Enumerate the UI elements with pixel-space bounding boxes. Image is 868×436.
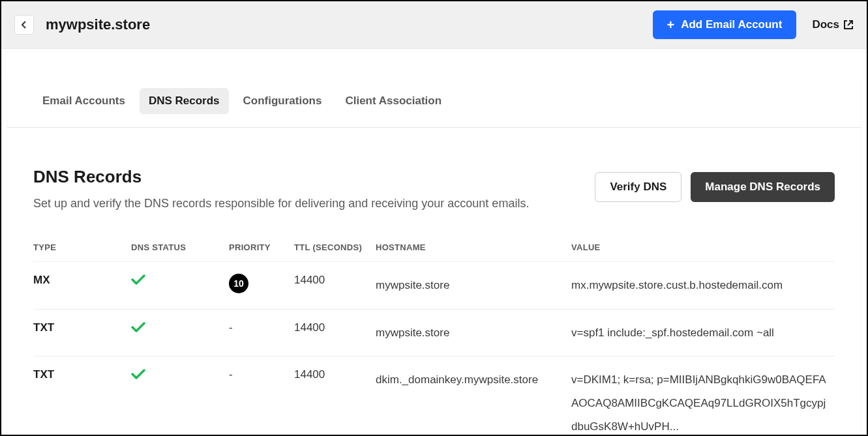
cell-priority: - <box>229 309 294 356</box>
chevron-left-icon <box>22 21 27 29</box>
docs-label: Docs <box>812 18 839 31</box>
tab-client-association[interactable]: Client Association <box>336 88 451 114</box>
tab-dns-records[interactable]: DNS Records <box>140 88 229 114</box>
table-row: MX 10 14400 mywpsite.store mx.mywpsite.s… <box>33 262 835 310</box>
col-header-priority: PRIORITY <box>229 236 294 262</box>
cell-type: TXT <box>33 356 131 436</box>
docs-link[interactable]: Docs <box>812 18 854 31</box>
manage-dns-records-button[interactable]: Manage DNS Records <box>691 172 835 202</box>
cell-type: MX <box>33 262 131 310</box>
cell-value: v=spf1 include:_spf.hostedemail.com ~all <box>571 309 835 356</box>
cell-priority: 10 <box>229 262 294 310</box>
section-header: DNS Records Set up and verify the DNS re… <box>33 167 835 212</box>
cell-value: mx.mywpsite.store.cust.b.hostedemail.com <box>571 262 835 310</box>
table-row: TXT - 14400 dkim._domainkey.mywpsite.sto… <box>33 356 835 436</box>
col-header-hostname: HOSTNAME <box>376 236 571 262</box>
col-header-ttl: TTL (SECONDS) <box>294 236 376 262</box>
content-card: Email Accounts DNS Records Configuration… <box>7 75 861 436</box>
dns-section: DNS Records Set up and verify the DNS re… <box>7 128 861 436</box>
cell-hostname: dkim._domainkey.mywpsite.store <box>376 356 571 436</box>
section-title: DNS Records <box>33 167 529 187</box>
plus-icon: + <box>667 18 675 31</box>
tab-configurations[interactable]: Configurations <box>234 88 331 114</box>
domain-title: mywpsite.store <box>46 16 653 33</box>
cell-type: TXT <box>33 309 131 356</box>
section-actions: Verify DNS Manage DNS Records <box>595 172 835 202</box>
priority-badge: 10 <box>229 274 248 293</box>
cell-status <box>131 309 229 356</box>
section-heading-block: DNS Records Set up and verify the DNS re… <box>33 167 529 212</box>
tab-email-accounts[interactable]: Email Accounts <box>33 88 134 114</box>
col-header-status: DNS STATUS <box>131 236 229 262</box>
add-email-label: Add Email Account <box>681 18 782 31</box>
external-link-icon <box>843 20 854 30</box>
tabs: Email Accounts DNS Records Configuration… <box>7 75 861 128</box>
cell-status <box>131 356 229 436</box>
top-bar: mywpsite.store + Add Email Account Docs <box>1 1 867 49</box>
col-header-value: VALUE <box>571 236 835 262</box>
cell-hostname: mywpsite.store <box>376 262 571 310</box>
table-row: TXT - 14400 mywpsite.store v=spf1 includ… <box>33 309 835 356</box>
check-icon <box>131 368 224 380</box>
cell-value: v=DKIM1; k=rsa; p=MIIBIjANBgkqhkiG9w0BAQ… <box>571 356 835 436</box>
section-description: Set up and verify the DNS records respon… <box>33 195 529 212</box>
verify-dns-button[interactable]: Verify DNS <box>595 172 681 202</box>
back-button[interactable] <box>14 15 34 35</box>
cell-ttl: 14400 <box>294 262 376 310</box>
dns-records-table: TYPE DNS STATUS PRIORITY TTL (SECONDS) H… <box>33 236 835 436</box>
cell-hostname: mywpsite.store <box>376 309 571 356</box>
add-email-account-button[interactable]: + Add Email Account <box>653 10 797 39</box>
cell-ttl: 14400 <box>294 356 376 436</box>
check-icon <box>131 274 224 285</box>
cell-priority: - <box>229 356 294 436</box>
col-header-type: TYPE <box>33 236 131 262</box>
table-header-row: TYPE DNS STATUS PRIORITY TTL (SECONDS) H… <box>33 236 835 262</box>
cell-status <box>131 262 229 310</box>
check-icon <box>131 321 224 333</box>
cell-ttl: 14400 <box>294 309 376 356</box>
